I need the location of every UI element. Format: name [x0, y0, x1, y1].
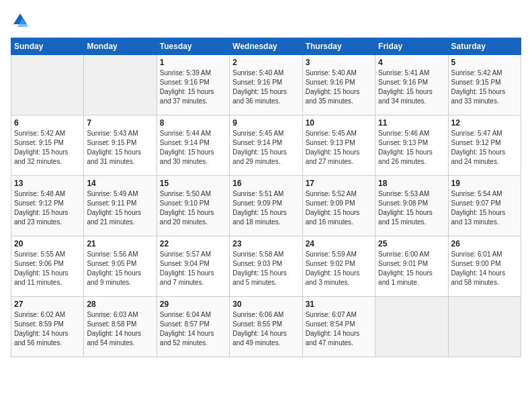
calendar-cell: 12Sunrise: 5:47 AM Sunset: 9:12 PM Dayli… [448, 116, 521, 176]
calendar-cell: 24Sunrise: 5:59 AM Sunset: 9:02 PM Dayli… [302, 236, 375, 297]
day-info: Sunrise: 5:55 AM Sunset: 9:06 PM Dayligh… [14, 250, 81, 287]
day-info: Sunrise: 5:44 AM Sunset: 9:14 PM Dayligh… [160, 129, 226, 167]
logo [11, 11, 32, 30]
day-number: 9 [232, 118, 299, 128]
day-info: Sunrise: 5:41 AM Sunset: 9:16 PM Dayligh… [378, 68, 445, 106]
day-info: Sunrise: 6:01 AM Sunset: 9:00 PM Dayligh… [451, 250, 518, 287]
day-info: Sunrise: 5:52 AM Sunset: 9:09 PM Dayligh… [306, 189, 372, 227]
calendar-cell: 4Sunrise: 5:41 AM Sunset: 9:16 PM Daylig… [375, 55, 448, 116]
day-info: Sunrise: 5:59 AM Sunset: 9:02 PM Dayligh… [306, 250, 372, 287]
day-number: 26 [451, 239, 518, 248]
day-number: 27 [14, 300, 81, 309]
day-info: Sunrise: 5:43 AM Sunset: 9:15 PM Dayligh… [87, 129, 153, 167]
calendar-cell: 1Sunrise: 5:39 AM Sunset: 9:16 PM Daylig… [157, 55, 229, 116]
calendar-cell: 16Sunrise: 5:51 AM Sunset: 9:09 PM Dayli… [230, 176, 302, 236]
calendar-cell: 11Sunrise: 5:46 AM Sunset: 9:13 PM Dayli… [375, 116, 448, 176]
day-info: Sunrise: 5:39 AM Sunset: 9:16 PM Dayligh… [160, 68, 226, 106]
day-header-saturday: Saturday [448, 38, 521, 55]
day-info: Sunrise: 5:40 AM Sunset: 9:16 PM Dayligh… [306, 68, 372, 106]
day-number: 19 [451, 179, 518, 188]
day-info: Sunrise: 5:54 AM Sunset: 9:07 PM Dayligh… [451, 189, 518, 227]
day-number: 8 [160, 118, 226, 128]
calendar-week-5: 27Sunrise: 6:02 AM Sunset: 8:59 PM Dayli… [11, 297, 521, 357]
day-header-thursday: Thursday [302, 38, 375, 55]
calendar-cell: 17Sunrise: 5:52 AM Sunset: 9:09 PM Dayli… [302, 176, 375, 236]
calendar-cell [11, 55, 84, 116]
calendar-cell: 8Sunrise: 5:44 AM Sunset: 9:14 PM Daylig… [157, 116, 229, 176]
day-number: 20 [14, 239, 81, 248]
day-info: Sunrise: 5:42 AM Sunset: 9:15 PM Dayligh… [451, 68, 518, 106]
day-info: Sunrise: 5:51 AM Sunset: 9:09 PM Dayligh… [232, 189, 299, 227]
day-info: Sunrise: 5:58 AM Sunset: 9:03 PM Dayligh… [232, 250, 299, 287]
calendar-cell: 25Sunrise: 6:00 AM Sunset: 9:01 PM Dayli… [375, 236, 448, 297]
day-number: 18 [378, 179, 445, 188]
day-number: 10 [306, 118, 372, 128]
calendar-cell: 30Sunrise: 6:06 AM Sunset: 8:55 PM Dayli… [230, 297, 302, 357]
day-number: 6 [14, 118, 81, 128]
day-number: 22 [160, 239, 226, 248]
day-info: Sunrise: 5:47 AM Sunset: 9:12 PM Dayligh… [451, 129, 518, 167]
day-info: Sunrise: 5:50 AM Sunset: 9:10 PM Dayligh… [160, 189, 226, 227]
day-number: 29 [160, 300, 226, 309]
calendar-cell: 13Sunrise: 5:48 AM Sunset: 9:12 PM Dayli… [11, 176, 84, 236]
day-number: 25 [378, 239, 445, 248]
calendar-cell: 14Sunrise: 5:49 AM Sunset: 9:11 PM Dayli… [84, 176, 157, 236]
day-number: 17 [306, 179, 372, 188]
page-header [11, 11, 521, 30]
day-info: Sunrise: 6:04 AM Sunset: 8:57 PM Dayligh… [160, 310, 226, 348]
calendar-week-2: 6Sunrise: 5:42 AM Sunset: 9:15 PM Daylig… [11, 116, 521, 176]
day-info: Sunrise: 5:45 AM Sunset: 9:13 PM Dayligh… [306, 129, 372, 167]
day-info: Sunrise: 6:03 AM Sunset: 8:58 PM Dayligh… [87, 310, 153, 348]
day-number: 15 [160, 179, 226, 188]
day-info: Sunrise: 6:06 AM Sunset: 8:55 PM Dayligh… [232, 310, 299, 348]
day-info: Sunrise: 5:53 AM Sunset: 9:08 PM Dayligh… [378, 189, 445, 227]
day-number: 12 [451, 118, 518, 128]
day-info: Sunrise: 5:40 AM Sunset: 9:16 PM Dayligh… [232, 68, 299, 106]
day-number: 2 [232, 58, 299, 67]
day-number: 1 [160, 58, 226, 67]
calendar-cell: 9Sunrise: 5:45 AM Sunset: 9:14 PM Daylig… [230, 116, 302, 176]
day-info: Sunrise: 6:00 AM Sunset: 9:01 PM Dayligh… [378, 250, 445, 287]
calendar-week-1: 1Sunrise: 5:39 AM Sunset: 9:16 PM Daylig… [11, 55, 521, 116]
day-number: 13 [14, 179, 81, 188]
day-number: 16 [232, 179, 299, 188]
day-number: 7 [87, 118, 153, 128]
day-number: 14 [87, 179, 153, 188]
day-info: Sunrise: 6:07 AM Sunset: 8:54 PM Dayligh… [306, 310, 372, 348]
calendar-cell: 26Sunrise: 6:01 AM Sunset: 9:00 PM Dayli… [448, 236, 521, 297]
day-info: Sunrise: 6:02 AM Sunset: 8:59 PM Dayligh… [14, 310, 81, 348]
day-info: Sunrise: 5:57 AM Sunset: 9:04 PM Dayligh… [160, 250, 226, 287]
day-info: Sunrise: 5:42 AM Sunset: 9:15 PM Dayligh… [14, 129, 81, 167]
calendar-cell: 15Sunrise: 5:50 AM Sunset: 9:10 PM Dayli… [157, 176, 229, 236]
day-number: 5 [451, 58, 518, 67]
day-info: Sunrise: 5:56 AM Sunset: 9:05 PM Dayligh… [87, 250, 153, 287]
day-number: 21 [87, 239, 153, 248]
calendar-cell: 20Sunrise: 5:55 AM Sunset: 9:06 PM Dayli… [11, 236, 84, 297]
calendar-cell [84, 55, 157, 116]
calendar-cell: 19Sunrise: 5:54 AM Sunset: 9:07 PM Dayli… [448, 176, 521, 236]
days-header-row: SundayMondayTuesdayWednesdayThursdayFrid… [11, 38, 521, 55]
calendar-cell [375, 297, 448, 357]
calendar-week-3: 13Sunrise: 5:48 AM Sunset: 9:12 PM Dayli… [11, 176, 521, 236]
calendar-cell: 7Sunrise: 5:43 AM Sunset: 9:15 PM Daylig… [84, 116, 157, 176]
calendar-body: 1Sunrise: 5:39 AM Sunset: 9:16 PM Daylig… [11, 55, 521, 357]
calendar-week-4: 20Sunrise: 5:55 AM Sunset: 9:06 PM Dayli… [11, 236, 521, 297]
calendar-cell: 29Sunrise: 6:04 AM Sunset: 8:57 PM Dayli… [157, 297, 229, 357]
calendar-cell: 21Sunrise: 5:56 AM Sunset: 9:05 PM Dayli… [84, 236, 157, 297]
day-number: 11 [378, 118, 445, 128]
calendar-cell: 18Sunrise: 5:53 AM Sunset: 9:08 PM Dayli… [375, 176, 448, 236]
logo-icon [11, 11, 30, 30]
calendar-cell: 2Sunrise: 5:40 AM Sunset: 9:16 PM Daylig… [230, 55, 302, 116]
day-number: 24 [306, 239, 372, 248]
day-number: 28 [87, 300, 153, 309]
day-info: Sunrise: 5:46 AM Sunset: 9:13 PM Dayligh… [378, 129, 445, 167]
calendar-cell: 5Sunrise: 5:42 AM Sunset: 9:15 PM Daylig… [448, 55, 521, 116]
calendar-cell: 23Sunrise: 5:58 AM Sunset: 9:03 PM Dayli… [230, 236, 302, 297]
calendar-cell: 6Sunrise: 5:42 AM Sunset: 9:15 PM Daylig… [11, 116, 84, 176]
calendar-cell: 27Sunrise: 6:02 AM Sunset: 8:59 PM Dayli… [11, 297, 84, 357]
calendar-cell: 3Sunrise: 5:40 AM Sunset: 9:16 PM Daylig… [302, 55, 375, 116]
day-header-tuesday: Tuesday [157, 38, 229, 55]
day-header-sunday: Sunday [11, 38, 84, 55]
day-number: 30 [232, 300, 299, 309]
calendar-header: SundayMondayTuesdayWednesdayThursdayFrid… [11, 38, 521, 55]
